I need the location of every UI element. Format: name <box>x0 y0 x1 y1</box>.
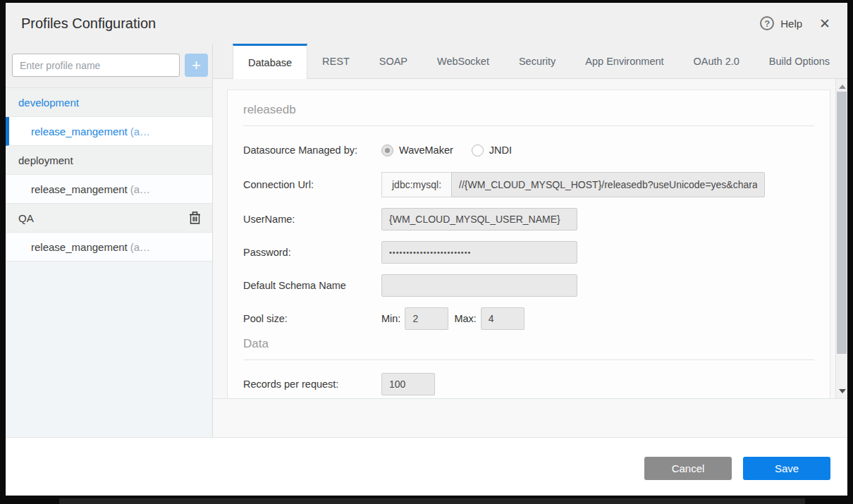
database-settings-card: releasedb Datasource Managed by: WaveMak… <box>227 90 830 399</box>
sidebar-group-qa[interactable]: QA <box>6 204 212 233</box>
profiles-sidebar: + development release_mangement (a… depl… <box>6 44 213 437</box>
sidebar-item-release-mangement-qa[interactable]: release_mangement (a… <box>6 233 212 262</box>
records-per-request-row: Records per request: <box>243 373 814 395</box>
scroll-down-icon[interactable] <box>839 389 846 393</box>
tab-soap[interactable]: SOAP <box>364 44 422 78</box>
field-label: UserName: <box>243 214 381 225</box>
profiles-list: development release_mangement (a… deploy… <box>6 87 212 262</box>
username-row: UserName: <box>243 208 814 231</box>
tab-websocket[interactable]: WebSocket <box>422 44 504 78</box>
tab-security[interactable]: Security <box>504 44 570 78</box>
page-title: Profiles Configuration <box>21 16 156 32</box>
radio-jndi-icon[interactable] <box>472 145 484 156</box>
content-spacer <box>213 399 847 437</box>
truncated-suffix: (a… <box>130 183 150 195</box>
header-actions: ? Help ✕ <box>760 16 830 30</box>
scrollbar-thumb[interactable] <box>837 92 847 354</box>
radio-option-wavemaker[interactable]: WaveMaker <box>381 145 453 156</box>
dialog-footer: Cancel Save <box>6 437 847 496</box>
section-title-releasedb: releasedb <box>243 103 814 117</box>
help-icon[interactable]: ? <box>760 16 774 30</box>
field-label: Pool size: <box>243 313 381 324</box>
profile-detail-panel: Database REST SOAP WebSocket Security Ap… <box>213 44 847 437</box>
tab-app-environment[interactable]: App Environment <box>570 44 678 78</box>
connection-url-prefix: jdbc:mysql: <box>381 172 452 197</box>
pool-min-input[interactable] <box>405 307 448 330</box>
profile-add-row: + <box>6 44 212 87</box>
field-label: Password: <box>243 247 381 258</box>
password-row: Password: <box>243 241 814 264</box>
field-label: Records per request: <box>243 379 381 390</box>
scroll-up-icon[interactable] <box>839 85 846 89</box>
pool-max-input[interactable] <box>481 307 524 330</box>
sidebar-group-development[interactable]: development <box>6 88 212 117</box>
sidebar-item-release-mangement-deploy[interactable]: release_mangement (a… <box>6 175 212 204</box>
field-label: Datasource Managed by: <box>243 145 381 156</box>
username-input[interactable] <box>381 208 577 231</box>
help-link[interactable]: Help <box>780 18 802 30</box>
pool-size-row: Pool size: Min: Max: <box>243 307 814 330</box>
profile-name-input[interactable] <box>12 54 180 77</box>
sidebar-item-release-mangement-dev[interactable]: release_mangement (a… <box>6 117 212 146</box>
tab-oauth[interactable]: OAuth 2.0 <box>679 44 754 78</box>
records-per-request-input[interactable] <box>381 373 435 395</box>
connection-url-row: Connection Url: jdbc:mysql: <box>243 172 814 197</box>
field-label: Default Schema Name <box>243 280 381 291</box>
dialog-body: + development release_mangement (a… depl… <box>6 44 847 437</box>
tab-content-scroll-area: releasedb Datasource Managed by: WaveMak… <box>213 79 847 399</box>
cancel-button[interactable]: Cancel <box>644 457 732 480</box>
config-tabs: Database REST SOAP WebSocket Security Ap… <box>213 44 847 79</box>
tab-rest[interactable]: REST <box>307 44 364 78</box>
pool-max-label: Max: <box>454 313 476 324</box>
field-label: Connection Url: <box>243 179 381 190</box>
sidebar-group-deployment[interactable]: deployment <box>6 146 212 175</box>
save-button[interactable]: Save <box>743 457 830 480</box>
tab-database[interactable]: Database <box>233 44 307 79</box>
default-schema-input[interactable] <box>381 274 577 297</box>
delete-profile-icon[interactable] <box>189 211 201 225</box>
truncated-suffix: (a… <box>130 125 150 137</box>
background-window-edge <box>59 498 805 504</box>
radio-wavemaker-icon[interactable] <box>381 145 393 156</box>
vertical-scrollbar[interactable] <box>835 79 847 399</box>
default-schema-row: Default Schema Name <box>243 274 814 297</box>
close-icon[interactable]: ✕ <box>819 17 830 30</box>
datasource-managed-row: Datasource Managed by: WaveMaker JNDI <box>243 139 814 161</box>
section-divider <box>243 359 814 360</box>
add-profile-button[interactable]: + <box>185 54 208 77</box>
pool-min-label: Min: <box>381 313 400 324</box>
section-divider <box>243 125 814 126</box>
password-input[interactable] <box>381 241 577 264</box>
dialog-header: Profiles Configuration ? Help ✕ <box>6 3 847 44</box>
truncated-suffix: (a… <box>130 241 150 253</box>
radio-option-jndi[interactable]: JNDI <box>472 145 512 156</box>
tab-build-options[interactable]: Build Options <box>754 44 845 78</box>
section-title-data: Data <box>243 337 814 351</box>
profiles-configuration-dialog: Profiles Configuration ? Help ✕ + develo… <box>6 3 847 496</box>
connection-url-input[interactable] <box>451 172 765 197</box>
